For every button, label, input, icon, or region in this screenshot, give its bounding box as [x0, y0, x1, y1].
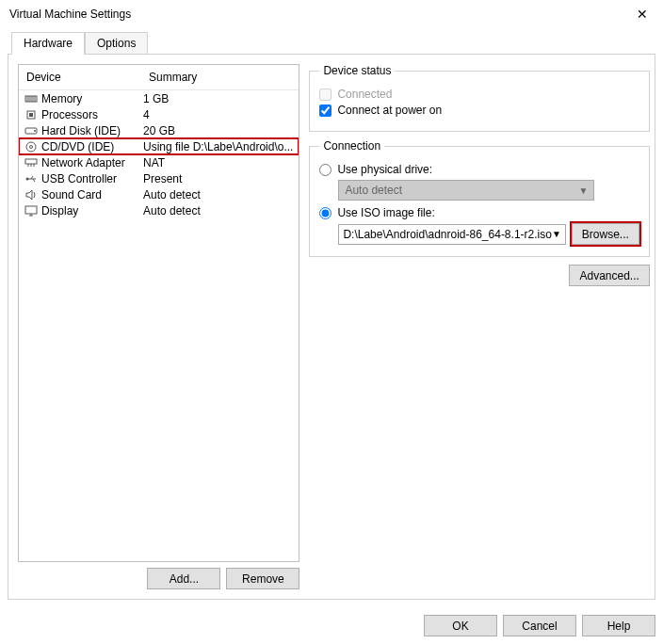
device-list[interactable]: Device Summary Memory 1 GB Processors 4	[18, 64, 299, 562]
disk-icon	[24, 125, 38, 137]
cd-icon	[24, 141, 38, 153]
tab-strip: Hardware Options	[0, 32, 663, 55]
row-processors[interactable]: Processors 4	[19, 106, 299, 122]
memory-icon	[24, 93, 38, 105]
chevron-down-icon: ▼	[552, 229, 561, 239]
add-button[interactable]: Add...	[147, 568, 220, 589]
dialog-footer: OK Cancel Help	[424, 615, 655, 636]
tab-options[interactable]: Options	[85, 32, 148, 55]
row-usb[interactable]: USB Controller Present	[19, 170, 299, 186]
connection-group: Connection Use physical drive: Auto dete…	[309, 139, 649, 257]
iso-label: Use ISO image file:	[337, 206, 434, 219]
tab-panel: Device Summary Memory 1 GB Processors 4	[8, 54, 655, 600]
cancel-button[interactable]: Cancel	[503, 615, 576, 636]
row-sound[interactable]: Sound Card Auto detect	[19, 186, 299, 202]
device-column: Device Summary Memory 1 GB Processors 4	[18, 64, 299, 589]
device-buttons: Add... Remove	[18, 568, 299, 589]
row-memory[interactable]: Memory 1 GB	[19, 90, 299, 106]
physical-drive-label: Use physical drive:	[337, 163, 432, 176]
svg-rect-7	[29, 113, 33, 117]
display-icon	[24, 205, 38, 217]
physical-drive-combo: Auto detect ▼	[338, 180, 594, 201]
svg-point-11	[30, 145, 33, 148]
power-on-checkbox[interactable]	[319, 105, 332, 117]
iso-path-combo[interactable]: D:\Labe\Android\adnroid-86_64-8.1-r2.iso…	[338, 224, 565, 245]
physical-drive-radio[interactable]	[319, 164, 332, 176]
device-status-legend: Device status	[319, 64, 395, 77]
device-label: Network Adapter	[41, 156, 125, 169]
iso-path-value: D:\Labe\Android\adnroid-86_64-8.1-r2.iso	[343, 228, 551, 241]
connected-checkbox	[319, 89, 332, 101]
device-summary: NAT	[143, 156, 297, 169]
device-label: USB Controller	[41, 172, 117, 185]
row-display[interactable]: Display Auto detect	[19, 202, 299, 218]
svg-marker-20	[26, 190, 32, 200]
device-summary: 4	[143, 108, 297, 121]
cpu-icon	[24, 109, 38, 121]
device-summary: Auto detect	[143, 204, 297, 217]
list-header: Device Summary	[19, 65, 299, 90]
svg-rect-21	[25, 206, 37, 214]
row-harddisk[interactable]: Hard Disk (IDE) 20 GB	[19, 122, 299, 138]
remove-button[interactable]: Remove	[226, 568, 299, 589]
svg-point-9	[34, 130, 36, 132]
device-label: Sound Card	[41, 188, 102, 201]
device-summary: 1 GB	[143, 92, 297, 105]
help-button[interactable]: Help	[582, 615, 655, 636]
connection-legend: Connection	[319, 139, 384, 153]
physical-drive-value: Auto detect	[345, 184, 402, 197]
iso-radio[interactable]	[319, 207, 332, 219]
device-status-group: Device status Connected Connect at power…	[309, 64, 649, 132]
device-summary: Auto detect	[143, 188, 297, 201]
device-label: CD/DVD (IDE)	[41, 140, 114, 153]
connected-label: Connected	[337, 88, 392, 101]
network-icon	[24, 157, 38, 169]
row-cddvd[interactable]: CD/DVD (IDE) Using file D:\Labe\Android\…	[19, 138, 299, 154]
device-summary: 20 GB	[143, 124, 297, 137]
usb-icon	[24, 173, 38, 185]
svg-rect-12	[25, 159, 37, 164]
device-label: Memory	[41, 92, 82, 105]
chevron-down-icon: ▼	[579, 185, 589, 196]
header-summary[interactable]: Summary	[141, 65, 204, 89]
sound-icon	[24, 189, 38, 201]
device-label: Processors	[41, 108, 98, 121]
device-summary: Present	[143, 172, 297, 185]
advanced-button[interactable]: Advanced...	[569, 265, 649, 286]
device-label: Hard Disk (IDE)	[41, 124, 121, 137]
browse-button[interactable]: Browse...	[572, 223, 639, 245]
window-title: Virtual Machine Settings	[9, 8, 621, 21]
header-device[interactable]: Device	[19, 65, 141, 89]
device-summary: Using file D:\Labe\Android\o...	[143, 140, 297, 153]
ok-button[interactable]: OK	[424, 615, 497, 636]
title-bar: Virtual Machine Settings ✕	[0, 0, 663, 28]
device-label: Display	[41, 204, 78, 217]
power-on-label: Connect at power on	[337, 104, 442, 117]
row-network[interactable]: Network Adapter NAT	[19, 154, 299, 170]
tab-hardware[interactable]: Hardware	[11, 32, 85, 55]
svg-point-10	[26, 142, 36, 152]
settings-column: Device status Connected Connect at power…	[299, 64, 649, 589]
close-icon[interactable]: ✕	[621, 0, 663, 28]
